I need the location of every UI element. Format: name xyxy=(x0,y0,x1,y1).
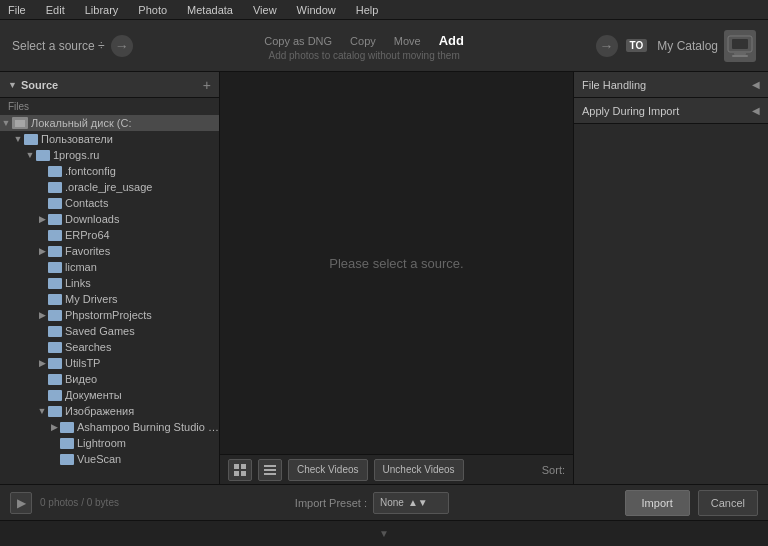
tree-item[interactable]: ▶ PhpstormProjects xyxy=(0,307,219,323)
file-handling-header[interactable]: File Handling ◀ xyxy=(574,72,768,98)
tree-expand-arrow[interactable]: ▶ xyxy=(36,358,48,368)
svg-rect-10 xyxy=(264,473,276,475)
apply-during-import-header[interactable]: Apply During Import ◀ xyxy=(574,98,768,124)
folder-icon xyxy=(48,262,62,273)
bottom-chevron-area: ▼ xyxy=(0,520,768,546)
tree-item-label: UtilsTP xyxy=(65,357,100,369)
tree-expand-arrow[interactable]: ▶ xyxy=(36,246,48,256)
preset-dropdown[interactable]: None ▲▼ xyxy=(373,492,449,514)
tree-item-label: My Drivers xyxy=(65,293,118,305)
folder-icon xyxy=(48,390,62,401)
tree-expand-arrow[interactable]: ▼ xyxy=(0,118,12,128)
tree-item[interactable]: Lightroom xyxy=(0,435,219,451)
center-toolbar: Check Videos Uncheck Videos Sort: xyxy=(220,454,573,484)
folder-icon xyxy=(60,438,74,449)
folder-icon xyxy=(12,117,28,129)
tree-item[interactable]: ERPro64 xyxy=(0,227,219,243)
source-collapse-arrow[interactable]: ▼ xyxy=(8,80,17,90)
tree-item[interactable]: .oracle_jre_usage xyxy=(0,179,219,195)
mode-copy[interactable]: Copy xyxy=(346,33,380,49)
mode-selector: Copy as DNG Copy Move Add Add photos to … xyxy=(141,31,588,61)
uncheck-videos-button[interactable]: Uncheck Videos xyxy=(374,459,464,481)
detail-view-button[interactable] xyxy=(258,459,282,481)
tree-item[interactable]: ▼ 1progs.ru xyxy=(0,147,219,163)
tree-expand-arrow[interactable]: ▶ xyxy=(36,310,48,320)
catalog-section: TO My Catalog xyxy=(626,30,756,62)
folder-icon xyxy=(48,198,62,209)
tree-item[interactable]: ▶ UtilsTP xyxy=(0,355,219,371)
tree-item[interactable]: ▶ Favorites xyxy=(0,243,219,259)
tree-expand-arrow[interactable]: ▼ xyxy=(12,134,24,144)
file-tree[interactable]: ▼ Локальный диск (С:▼ Пользователи▼ 1pro… xyxy=(0,115,219,484)
apply-during-import-collapse-arrow[interactable]: ◀ xyxy=(752,105,760,116)
tree-item[interactable]: ▼ Локальный диск (С: xyxy=(0,115,219,131)
center-panel: Please select a source. Check Videos xyxy=(220,72,573,484)
tree-item[interactable]: licman xyxy=(0,259,219,275)
tree-item[interactable]: ▼ Изображения xyxy=(0,403,219,419)
tree-item[interactable]: Saved Games xyxy=(0,323,219,339)
nav-left-button[interactable]: ▶ xyxy=(10,492,32,514)
menu-view[interactable]: View xyxy=(249,4,281,16)
source-nav-arrow[interactable]: → xyxy=(111,35,133,57)
source-panel-header: ▼ Source + xyxy=(0,72,219,98)
tree-item[interactable]: Документы xyxy=(0,387,219,403)
check-videos-button[interactable]: Check Videos xyxy=(288,459,368,481)
folder-icon xyxy=(48,230,62,241)
tree-expand-arrow[interactable]: ▼ xyxy=(24,150,36,160)
mode-move[interactable]: Move xyxy=(390,33,425,49)
folder-icon xyxy=(60,422,74,433)
select-source-label: Select a source ÷ xyxy=(12,39,105,53)
tree-expand-arrow[interactable]: ▶ xyxy=(36,214,48,224)
svg-rect-5 xyxy=(241,464,246,469)
folder-icon xyxy=(48,214,62,225)
tree-item[interactable]: ▶ Ashampoo Burning Studio 18 xyxy=(0,419,219,435)
tree-item[interactable]: ▶ Downloads xyxy=(0,211,219,227)
mode-add[interactable]: Add xyxy=(435,31,468,50)
apply-during-import-label: Apply During Import xyxy=(582,105,679,117)
folder-icon xyxy=(48,182,62,193)
tree-item-label: Документы xyxy=(65,389,122,401)
folder-icon xyxy=(48,406,62,417)
menu-metadata[interactable]: Metadata xyxy=(183,4,237,16)
mode-copy-dng[interactable]: Copy as DNG xyxy=(260,33,336,49)
tree-item[interactable]: Links xyxy=(0,275,219,291)
cancel-button[interactable]: Cancel xyxy=(698,490,758,516)
tree-item-label: Изображения xyxy=(65,405,134,417)
bottom-bar: ▶ 0 photos / 0 bytes Import Preset : Non… xyxy=(0,484,768,520)
tree-item-label: Downloads xyxy=(65,213,119,225)
menu-file[interactable]: File xyxy=(4,4,30,16)
folder-icon xyxy=(60,454,74,465)
tree-item-label: Saved Games xyxy=(65,325,135,337)
tree-item[interactable]: Contacts xyxy=(0,195,219,211)
tree-item-label: Lightroom xyxy=(77,437,126,449)
tree-item[interactable]: Видео xyxy=(0,371,219,387)
tree-expand-arrow[interactable]: ▼ xyxy=(36,406,48,416)
dest-nav-arrow[interactable]: → xyxy=(596,35,618,57)
to-label: TO xyxy=(626,39,648,52)
tree-item[interactable]: ▼ Пользователи xyxy=(0,131,219,147)
source-selector[interactable]: Select a source ÷ → xyxy=(12,35,133,57)
menu-help[interactable]: Help xyxy=(352,4,383,16)
toolbar: Select a source ÷ → Copy as DNG Copy Mov… xyxy=(0,20,768,72)
folder-icon xyxy=(24,134,38,145)
tree-item-label: Searches xyxy=(65,341,111,353)
folder-icon xyxy=(48,166,62,177)
source-add-button[interactable]: + xyxy=(203,78,211,92)
file-handling-collapse-arrow[interactable]: ◀ xyxy=(752,79,760,90)
menu-edit[interactable]: Edit xyxy=(42,4,69,16)
svg-rect-7 xyxy=(241,471,246,476)
tree-item[interactable]: VueScan xyxy=(0,451,219,467)
menu-library[interactable]: Library xyxy=(81,4,123,16)
menu-photo[interactable]: Photo xyxy=(134,4,171,16)
tree-item-label: Links xyxy=(65,277,91,289)
tree-expand-arrow[interactable]: ▶ xyxy=(48,422,60,432)
tree-item[interactable]: Searches xyxy=(0,339,219,355)
import-button[interactable]: Import xyxy=(625,490,690,516)
svg-rect-8 xyxy=(264,465,276,467)
source-panel-title: ▼ Source xyxy=(8,79,58,91)
grid-view-button[interactable] xyxy=(228,459,252,481)
tree-item[interactable]: .fontconfig xyxy=(0,163,219,179)
tree-item[interactable]: My Drivers xyxy=(0,291,219,307)
menu-window[interactable]: Window xyxy=(293,4,340,16)
file-handling-label: File Handling xyxy=(582,79,646,91)
